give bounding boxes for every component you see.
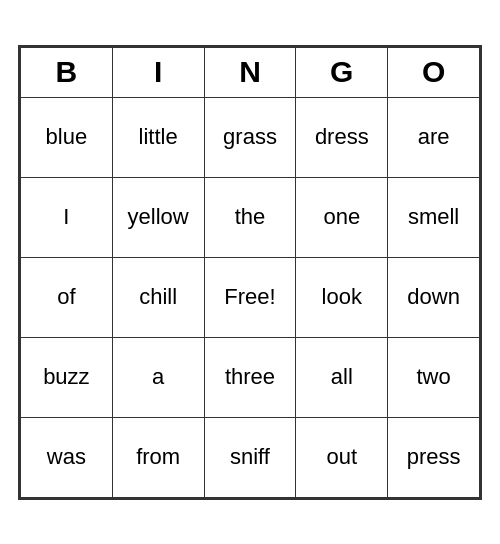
cell-r0-c2: grass — [204, 97, 296, 177]
table-row: bluelittlegrassdressare — [21, 97, 480, 177]
bingo-card: B I N G O bluelittlegrassdressareIyellow… — [18, 45, 482, 500]
cell-r3-c2: three — [204, 337, 296, 417]
cell-r2-c3: look — [296, 257, 388, 337]
table-row: Iyellowtheonesmell — [21, 177, 480, 257]
cell-r0-c3: dress — [296, 97, 388, 177]
header-i: I — [112, 47, 204, 97]
cell-r3-c3: all — [296, 337, 388, 417]
cell-r4-c2: sniff — [204, 417, 296, 497]
cell-r2-c2: Free! — [204, 257, 296, 337]
cell-r4-c1: from — [112, 417, 204, 497]
cell-r3-c0: buzz — [21, 337, 113, 417]
cell-r1-c3: one — [296, 177, 388, 257]
header-row: B I N G O — [21, 47, 480, 97]
table-row: buzzathreealltwo — [21, 337, 480, 417]
cell-r1-c4: smell — [388, 177, 480, 257]
cell-r2-c4: down — [388, 257, 480, 337]
cell-r3-c4: two — [388, 337, 480, 417]
cell-r2-c0: of — [21, 257, 113, 337]
cell-r0-c4: are — [388, 97, 480, 177]
table-row: ofchillFree!lookdown — [21, 257, 480, 337]
cell-r1-c0: I — [21, 177, 113, 257]
cell-r1-c2: the — [204, 177, 296, 257]
cell-r0-c1: little — [112, 97, 204, 177]
cell-r4-c4: press — [388, 417, 480, 497]
cell-r2-c1: chill — [112, 257, 204, 337]
cell-r1-c1: yellow — [112, 177, 204, 257]
table-row: wasfromsniffoutpress — [21, 417, 480, 497]
header-g: G — [296, 47, 388, 97]
cell-r0-c0: blue — [21, 97, 113, 177]
header-b: B — [21, 47, 113, 97]
cell-r4-c3: out — [296, 417, 388, 497]
bingo-table: B I N G O bluelittlegrassdressareIyellow… — [20, 47, 480, 498]
cell-r4-c0: was — [21, 417, 113, 497]
header-n: N — [204, 47, 296, 97]
cell-r3-c1: a — [112, 337, 204, 417]
header-o: O — [388, 47, 480, 97]
